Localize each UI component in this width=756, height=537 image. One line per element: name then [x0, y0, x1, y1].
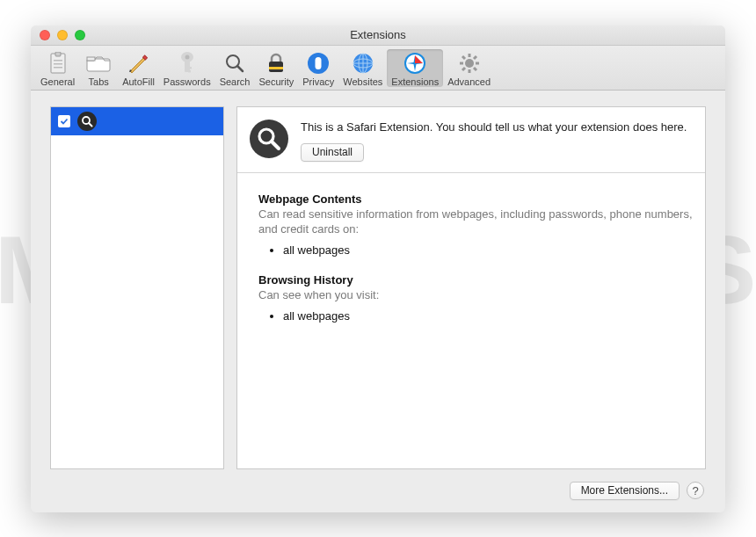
svg-rect-2 [54, 60, 62, 62]
svg-rect-6 [87, 57, 95, 61]
toolbar-label: Privacy [302, 76, 334, 87]
svg-point-28 [465, 59, 474, 68]
footer-area: More Extensions... ? [50, 482, 706, 500]
svg-line-40 [272, 142, 279, 149]
toolbar-tabs[interactable]: Tabs [79, 49, 118, 87]
permissions-section: Webpage Contents Can read sensitive info… [237, 173, 705, 352]
browsing-history-subtext: Can see when you visit: [258, 288, 693, 303]
minimize-window-button[interactable] [57, 30, 68, 40]
toolbar-security[interactable]: Security [254, 49, 298, 87]
extension-header: This is a Safari Extension. You should t… [237, 107, 705, 174]
passwords-icon [173, 51, 201, 76]
toolbar-autofill[interactable]: AutoFill [118, 49, 159, 87]
privacy-icon [304, 51, 332, 76]
toolbar-passwords[interactable]: Passwords [159, 49, 215, 87]
security-icon [262, 51, 290, 76]
toolbar-label: Tabs [89, 76, 109, 87]
toolbar-label: Websites [343, 76, 382, 87]
extensions-icon [401, 51, 429, 76]
tabs-icon [84, 51, 113, 76]
toolbar-label: Security [258, 76, 294, 87]
toolbar-label: AutoFill [122, 76, 155, 87]
svg-rect-16 [269, 67, 283, 69]
toolbar-label: Passwords [164, 76, 211, 87]
zoom-window-button[interactable] [75, 30, 85, 40]
toolbar-label: Advanced [447, 76, 491, 87]
close-window-button[interactable] [40, 30, 50, 40]
svg-line-36 [474, 56, 476, 59]
webpage-contents-title: Webpage Contents [258, 192, 693, 206]
titlebar: Extensions [31, 25, 725, 46]
preferences-window: Extensions General Tabs AutoFill Passw [31, 25, 725, 512]
extension-list-item[interactable] [51, 107, 223, 135]
toolbar-label: General [40, 76, 75, 87]
advanced-icon [455, 51, 483, 76]
permission-item: all webpages [283, 308, 693, 323]
svg-rect-18 [316, 57, 322, 69]
general-icon [44, 51, 72, 76]
uninstall-button[interactable]: Uninstall [301, 143, 364, 162]
help-button[interactable]: ? [687, 482, 704, 499]
toolbar-privacy[interactable]: Privacy [298, 49, 338, 87]
svg-rect-10 [188, 67, 192, 69]
svg-line-35 [462, 68, 465, 70]
extensions-sidebar [50, 106, 224, 469]
extension-enabled-checkbox[interactable] [58, 115, 70, 127]
toolbar-advanced[interactable]: Advanced [443, 49, 495, 87]
webpage-contents-subtext: Can read sensitive information from webp… [258, 207, 693, 237]
toolbar-extensions[interactable]: Extensions [387, 49, 443, 87]
content-area: This is a Safari Extension. You should t… [31, 91, 725, 512]
browsing-history-title: Browsing History [258, 273, 693, 287]
toolbar-general[interactable]: General [36, 49, 79, 87]
extension-item-icon [77, 112, 97, 131]
toolbar-websites[interactable]: Websites [338, 49, 387, 87]
toolbar-label: Extensions [391, 76, 439, 87]
traffic-lights [40, 30, 85, 40]
search-icon [221, 51, 249, 76]
autofill-icon [124, 51, 152, 76]
extension-description: This is a Safari Extension. You should t… [301, 120, 687, 135]
svg-rect-1 [55, 52, 61, 56]
svg-rect-3 [54, 63, 62, 65]
extension-detail-panel: This is a Safari Extension. You should t… [236, 106, 706, 469]
svg-rect-4 [54, 67, 62, 69]
permission-item: all webpages [283, 243, 693, 258]
preferences-toolbar: General Tabs AutoFill Passwords Search [31, 46, 725, 91]
toolbar-search[interactable]: Search [215, 49, 255, 87]
toolbar-label: Search [220, 76, 251, 87]
more-extensions-button[interactable]: More Extensions... [570, 482, 680, 500]
websites-icon [349, 51, 377, 76]
svg-rect-11 [188, 70, 191, 73]
svg-line-38 [89, 123, 92, 127]
svg-point-12 [185, 54, 189, 59]
svg-line-33 [462, 56, 465, 59]
svg-line-14 [237, 66, 243, 71]
svg-line-34 [474, 68, 476, 70]
window-title: Extensions [350, 28, 406, 41]
extension-detail-icon [250, 120, 288, 158]
